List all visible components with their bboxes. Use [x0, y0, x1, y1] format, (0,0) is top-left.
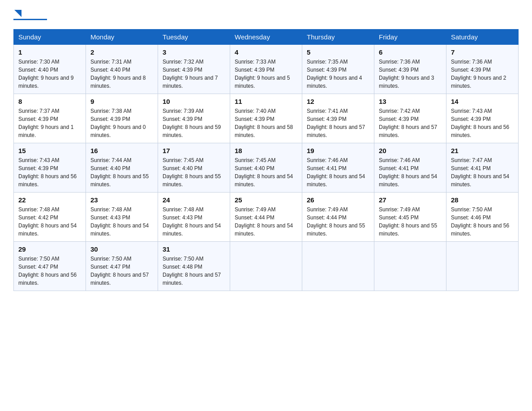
col-thursday: Thursday: [302, 30, 374, 45]
table-row: 10Sunrise: 7:39 AMSunset: 4:39 PMDayligh…: [158, 94, 230, 143]
day-number: 10: [163, 98, 225, 105]
day-number: 21: [451, 147, 514, 154]
table-row: 13Sunrise: 7:42 AMSunset: 4:39 PMDayligh…: [374, 94, 446, 143]
day-info: Sunrise: 7:44 AMSunset: 4:40 PMDaylight:…: [90, 156, 153, 188]
calendar-week-row: 22Sunrise: 7:48 AMSunset: 4:42 PMDayligh…: [14, 193, 519, 242]
day-info: Sunrise: 7:46 AMSunset: 4:41 PMDaylight:…: [307, 156, 369, 188]
day-number: 28: [451, 196, 514, 204]
day-info: Sunrise: 7:35 AMSunset: 4:39 PMDaylight:…: [307, 58, 369, 90]
logo: [13, 9, 47, 20]
day-info: Sunrise: 7:33 AMSunset: 4:39 PMDaylight:…: [235, 58, 297, 90]
logo-arrow-icon: [14, 10, 24, 20]
day-info: Sunrise: 7:37 AMSunset: 4:39 PMDaylight:…: [18, 107, 81, 139]
day-number: 30: [90, 245, 153, 253]
table-row: 29Sunrise: 7:50 AMSunset: 4:47 PMDayligh…: [14, 242, 86, 291]
col-tuesday: Tuesday: [158, 30, 230, 45]
table-row: 2Sunrise: 7:31 AMSunset: 4:40 PMDaylight…: [86, 45, 158, 94]
day-number: 23: [90, 196, 153, 204]
table-row: 4Sunrise: 7:33 AMSunset: 4:39 PMDaylight…: [230, 45, 302, 94]
day-number: 31: [163, 245, 225, 253]
col-friday: Friday: [374, 30, 446, 45]
day-info: Sunrise: 7:49 AMSunset: 4:45 PMDaylight:…: [379, 206, 442, 238]
table-row: 17Sunrise: 7:45 AMSunset: 4:40 PMDayligh…: [158, 143, 230, 193]
day-number: 18: [235, 147, 297, 154]
table-row: [302, 242, 374, 291]
day-number: 25: [235, 196, 297, 204]
calendar-week-row: 8Sunrise: 7:37 AMSunset: 4:39 PMDaylight…: [14, 94, 519, 143]
day-number: 24: [163, 196, 225, 204]
table-row: 7Sunrise: 7:36 AMSunset: 4:39 PMDaylight…: [446, 45, 519, 94]
day-number: 14: [451, 98, 514, 105]
table-row: 15Sunrise: 7:43 AMSunset: 4:39 PMDayligh…: [14, 143, 86, 193]
day-info: Sunrise: 7:45 AMSunset: 4:40 PMDaylight:…: [163, 156, 225, 188]
day-number: 8: [18, 98, 81, 105]
day-info: Sunrise: 7:31 AMSunset: 4:40 PMDaylight:…: [90, 58, 153, 90]
table-row: 16Sunrise: 7:44 AMSunset: 4:40 PMDayligh…: [86, 143, 158, 193]
col-sunday: Sunday: [14, 30, 86, 45]
table-row: 28Sunrise: 7:50 AMSunset: 4:46 PMDayligh…: [446, 193, 519, 242]
day-number: 12: [307, 98, 369, 105]
day-info: Sunrise: 7:43 AMSunset: 4:39 PMDaylight:…: [451, 107, 514, 139]
day-number: 1: [18, 48, 81, 56]
table-row: 31Sunrise: 7:50 AMSunset: 4:48 PMDayligh…: [158, 242, 230, 291]
day-info: Sunrise: 7:50 AMSunset: 4:48 PMDaylight:…: [163, 255, 225, 287]
day-info: Sunrise: 7:48 AMSunset: 4:43 PMDaylight:…: [163, 206, 225, 238]
day-info: Sunrise: 7:43 AMSunset: 4:39 PMDaylight:…: [18, 156, 81, 188]
day-info: Sunrise: 7:38 AMSunset: 4:39 PMDaylight:…: [90, 107, 153, 139]
table-row: 30Sunrise: 7:50 AMSunset: 4:47 PMDayligh…: [86, 242, 158, 291]
table-row: 21Sunrise: 7:47 AMSunset: 4:41 PMDayligh…: [446, 143, 519, 193]
table-row: 22Sunrise: 7:48 AMSunset: 4:42 PMDayligh…: [14, 193, 86, 242]
day-number: 26: [307, 196, 369, 204]
col-wednesday: Wednesday: [230, 30, 302, 45]
day-info: Sunrise: 7:49 AMSunset: 4:44 PMDaylight:…: [235, 206, 297, 238]
table-row: 19Sunrise: 7:46 AMSunset: 4:41 PMDayligh…: [302, 143, 374, 193]
day-number: 13: [379, 98, 442, 105]
day-info: Sunrise: 7:39 AMSunset: 4:39 PMDaylight:…: [163, 107, 225, 139]
table-row: 27Sunrise: 7:49 AMSunset: 4:45 PMDayligh…: [374, 193, 446, 242]
calendar-table: Sunday Monday Tuesday Wednesday Thursday…: [13, 29, 519, 291]
day-info: Sunrise: 7:32 AMSunset: 4:39 PMDaylight:…: [163, 58, 225, 90]
table-row: 24Sunrise: 7:48 AMSunset: 4:43 PMDayligh…: [158, 193, 230, 242]
table-row: 11Sunrise: 7:40 AMSunset: 4:39 PMDayligh…: [230, 94, 302, 143]
col-monday: Monday: [86, 30, 158, 45]
day-number: 6: [379, 48, 442, 56]
calendar-week-row: 29Sunrise: 7:50 AMSunset: 4:47 PMDayligh…: [14, 242, 519, 291]
calendar-week-row: 15Sunrise: 7:43 AMSunset: 4:39 PMDayligh…: [14, 143, 519, 193]
table-row: 5Sunrise: 7:35 AMSunset: 4:39 PMDaylight…: [302, 45, 374, 94]
day-info: Sunrise: 7:49 AMSunset: 4:44 PMDaylight:…: [307, 206, 369, 238]
table-row: 6Sunrise: 7:36 AMSunset: 4:39 PMDaylight…: [374, 45, 446, 94]
day-number: 27: [379, 196, 442, 204]
day-info: Sunrise: 7:45 AMSunset: 4:40 PMDaylight:…: [235, 156, 297, 188]
table-row: [374, 242, 446, 291]
day-number: 9: [90, 98, 153, 105]
day-info: Sunrise: 7:36 AMSunset: 4:39 PMDaylight:…: [451, 58, 514, 90]
table-row: 26Sunrise: 7:49 AMSunset: 4:44 PMDayligh…: [302, 193, 374, 242]
table-row: 12Sunrise: 7:41 AMSunset: 4:39 PMDayligh…: [302, 94, 374, 143]
page-header: [13, 9, 519, 20]
day-number: 2: [90, 48, 153, 56]
day-info: Sunrise: 7:50 AMSunset: 4:46 PMDaylight:…: [451, 206, 514, 238]
svg-marker-0: [14, 10, 21, 17]
table-row: 8Sunrise: 7:37 AMSunset: 4:39 PMDaylight…: [14, 94, 86, 143]
table-row: [230, 242, 302, 291]
table-row: 14Sunrise: 7:43 AMSunset: 4:39 PMDayligh…: [446, 94, 519, 143]
calendar-header-row: Sunday Monday Tuesday Wednesday Thursday…: [14, 30, 519, 45]
table-row: 20Sunrise: 7:46 AMSunset: 4:41 PMDayligh…: [374, 143, 446, 193]
day-number: 17: [163, 147, 225, 154]
day-number: 11: [235, 98, 297, 105]
table-row: 3Sunrise: 7:32 AMSunset: 4:39 PMDaylight…: [158, 45, 230, 94]
table-row: 1Sunrise: 7:30 AMSunset: 4:40 PMDaylight…: [14, 45, 86, 94]
day-number: 16: [90, 147, 153, 154]
day-info: Sunrise: 7:36 AMSunset: 4:39 PMDaylight:…: [379, 58, 442, 90]
day-info: Sunrise: 7:30 AMSunset: 4:40 PMDaylight:…: [18, 58, 81, 90]
day-info: Sunrise: 7:50 AMSunset: 4:47 PMDaylight:…: [90, 255, 153, 287]
day-number: 19: [307, 147, 369, 154]
col-saturday: Saturday: [446, 30, 519, 45]
day-info: Sunrise: 7:46 AMSunset: 4:41 PMDaylight:…: [379, 156, 442, 188]
day-info: Sunrise: 7:48 AMSunset: 4:43 PMDaylight:…: [90, 206, 153, 238]
table-row: 25Sunrise: 7:49 AMSunset: 4:44 PMDayligh…: [230, 193, 302, 242]
day-info: Sunrise: 7:42 AMSunset: 4:39 PMDaylight:…: [379, 107, 442, 139]
day-info: Sunrise: 7:48 AMSunset: 4:42 PMDaylight:…: [18, 206, 81, 238]
day-info: Sunrise: 7:41 AMSunset: 4:39 PMDaylight:…: [307, 107, 369, 139]
day-number: 7: [451, 48, 514, 56]
